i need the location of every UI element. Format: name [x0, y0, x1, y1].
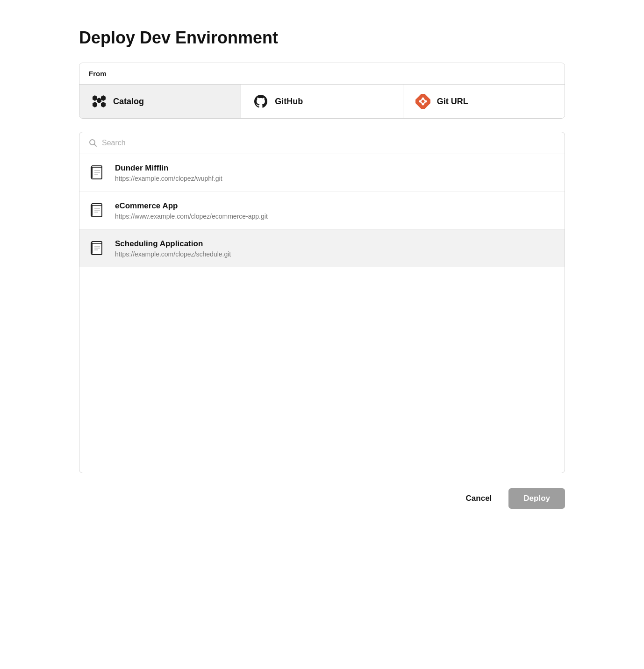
source-panel: From: [79, 63, 565, 119]
tab-giturl-label: Git URL: [437, 97, 468, 107]
search-input[interactable]: [102, 139, 555, 147]
svg-line-11: [94, 144, 97, 147]
repo-item-text: Scheduling Application https://example.c…: [115, 239, 231, 258]
repo-item-name: Scheduling Application: [115, 239, 231, 249]
svg-point-8: [422, 103, 424, 106]
catalog-icon: [91, 93, 107, 110]
page-title: Deploy Dev Environment: [79, 28, 565, 48]
repo-icon: [90, 164, 107, 181]
svg-point-9: [419, 100, 421, 103]
list-item[interactable]: eCommerce App https://www.example.com/cl…: [79, 192, 565, 230]
cancel-button[interactable]: Cancel: [457, 489, 501, 508]
svg-marker-1: [93, 95, 97, 101]
tab-catalog[interactable]: Catalog: [79, 85, 241, 118]
list-item[interactable]: Dunder Mifflin https://example.com/clope…: [79, 154, 565, 192]
search-icon: [89, 139, 97, 147]
from-label: From: [79, 63, 565, 85]
repo-item-url: https://www.example.com/clopez/ecommerce…: [115, 213, 268, 220]
svg-point-6: [422, 98, 424, 100]
deploy-button[interactable]: Deploy: [508, 488, 565, 509]
empty-list-space: [79, 267, 565, 473]
svg-rect-26: [91, 242, 93, 254]
repo-item-text: eCommerce App https://www.example.com/cl…: [115, 201, 268, 220]
repo-icon: [90, 202, 107, 219]
svg-marker-2: [101, 95, 106, 101]
repo-item-url: https://example.com/clopez/schedule.git: [115, 250, 231, 258]
search-bar: [79, 132, 565, 154]
list-item[interactable]: Scheduling Application https://example.c…: [79, 230, 565, 267]
source-tabs: Catalog GitHub: [79, 85, 565, 118]
svg-marker-0: [97, 98, 101, 103]
repo-item-text: Dunder Mifflin https://example.com/clope…: [115, 164, 222, 182]
github-icon: [252, 93, 269, 110]
repo-icon: [90, 240, 107, 257]
footer: Cancel Deploy: [79, 488, 565, 509]
dialog-container: Deploy Dev Environment From: [79, 28, 565, 509]
svg-rect-14: [91, 167, 93, 178]
repo-item-name: Dunder Mifflin: [115, 164, 222, 173]
list-panel: Dunder Mifflin https://example.com/clope…: [79, 132, 565, 473]
svg-marker-3: [93, 102, 97, 107]
svg-point-7: [424, 100, 427, 103]
tab-giturl[interactable]: Git URL: [403, 85, 565, 118]
repo-list: Dunder Mifflin https://example.com/clope…: [79, 154, 565, 267]
repo-item-name: eCommerce App: [115, 201, 268, 211]
tab-catalog-label: Catalog: [113, 97, 144, 107]
svg-rect-20: [91, 205, 93, 216]
svg-rect-5: [415, 94, 430, 109]
tab-github-label: GitHub: [275, 97, 303, 107]
tab-github[interactable]: GitHub: [241, 85, 403, 118]
svg-marker-4: [101, 102, 106, 107]
giturl-icon: [415, 93, 431, 110]
repo-item-url: https://example.com/clopez/wuphf.git: [115, 175, 222, 182]
